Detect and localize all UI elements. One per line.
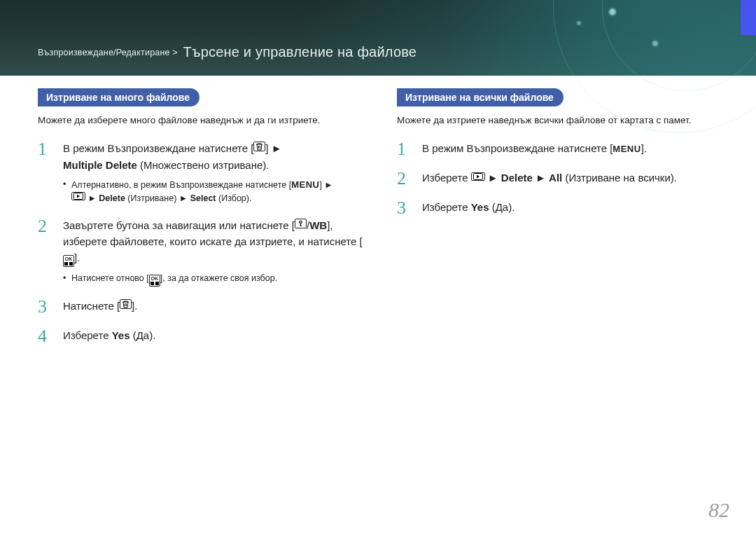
step-number: 2: [38, 217, 53, 287]
playback-icon: [471, 172, 485, 181]
svg-rect-5: [150, 282, 154, 285]
step-3: 3 Изберете Yes (Да).: [397, 199, 728, 217]
step-body: Изберете Yes (Да).: [422, 199, 514, 217]
step-body: Изберете Yes (Да).: [63, 327, 155, 345]
breadcrumb: Възпроизвеждане/Редактиране > Търсене и …: [38, 44, 416, 60]
step-number: 1: [38, 140, 53, 205]
step-3: 3 Натиснете [].: [38, 298, 369, 316]
svg-rect-6: [155, 282, 159, 285]
step-number: 1: [397, 140, 412, 158]
step-2: 2 Завъртете бутона за навигация или нати…: [38, 217, 369, 287]
step-body: Изберете ► Delete ► All (Изтриване на вс…: [422, 170, 677, 188]
step-body: Натиснете [].: [63, 298, 137, 316]
section-heading: Изтриване на много файлове: [38, 88, 200, 106]
trash-icon: [120, 299, 132, 309]
step-body: В режим Възпроизвеждане натиснете [MENU]…: [422, 140, 647, 158]
svg-point-2: [300, 221, 302, 223]
breadcrumb-path: Възпроизвеждане/Редактиране >: [38, 48, 178, 57]
playback-icon: [71, 192, 85, 200]
step-sub: Алтернативно, в режим Възпроизвеждане на…: [63, 178, 333, 206]
svg-rect-3: [64, 262, 68, 266]
svg-rect-4: [69, 262, 73, 266]
trash-icon: [253, 142, 265, 151]
ok-icon: OK: [149, 275, 160, 287]
menu-icon: MENU: [612, 144, 640, 154]
step-number: 4: [38, 327, 53, 345]
step-number: 2: [397, 170, 412, 188]
section-heading: Изтриване на всички файлове: [397, 88, 564, 106]
step-4: 4 Изберете Yes (Да).: [38, 327, 369, 345]
step-number: 3: [397, 199, 412, 217]
step-sub-item: Алтернативно, в режим Възпроизвеждане на…: [63, 178, 333, 206]
step-body: В режим Възпроизвеждане натиснете [] ► M…: [63, 140, 333, 205]
decor-flare: [577, 21, 581, 25]
decor-flare: [652, 41, 658, 46]
ok-icon: OK: [63, 255, 74, 267]
step-sub-item: Натиснете отново [OK], за да откажете св…: [63, 272, 369, 287]
step-sub: Натиснете отново [OK], за да откажете св…: [63, 272, 369, 287]
step-1: 1 В режим Възпроизвеждане натиснете [] ►…: [38, 140, 369, 205]
page-title: Търсене и управление на файлове: [183, 44, 417, 60]
flower-icon: [295, 219, 307, 228]
page-header: Възпроизвеждане/Редактиране > Търсене и …: [0, 0, 756, 76]
page-number: 82: [708, 498, 729, 522]
menu-icon: MENU: [291, 179, 319, 190]
section-intro: Можете да изберете много файлове наведнъ…: [38, 114, 369, 128]
step-1: 1 В режим Възпроизвеждане натиснете [MEN…: [397, 140, 728, 158]
col-multiple-delete: Изтриване на много файлове Можете да изб…: [38, 88, 369, 357]
step-body: Завъртете бутона за навигация или натисн…: [63, 217, 369, 287]
step-number: 3: [38, 298, 53, 316]
step-2: 2 Изберете ► Delete ► All (Изтриване на …: [397, 170, 728, 188]
decor-flare: [609, 8, 616, 15]
